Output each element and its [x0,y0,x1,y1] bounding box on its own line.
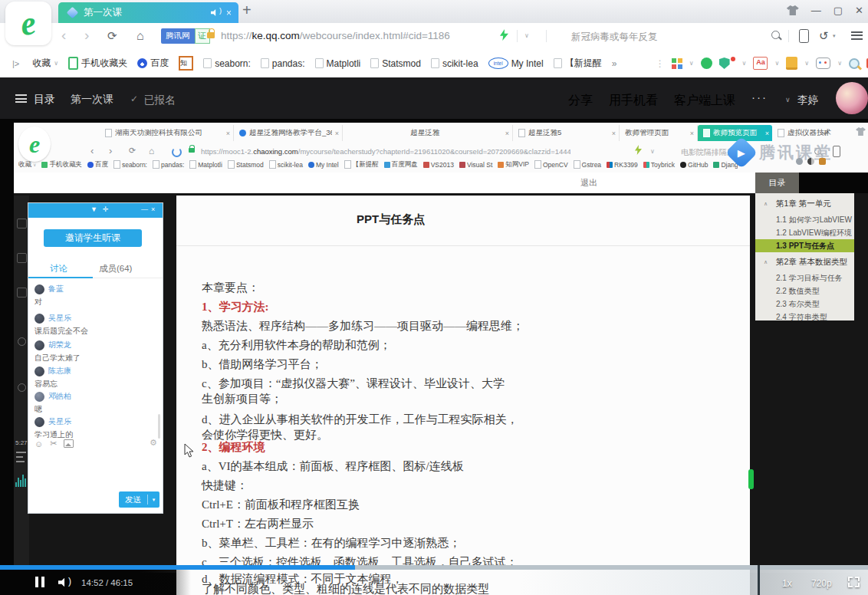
inner-home-icon[interactable]: ⌂ [149,146,154,156]
undo-icon[interactable]: ↺ [819,29,829,43]
bookmark[interactable]: scikit-lea [269,160,303,169]
inner-tab[interactable]: 湖南天功测控科技有限公司× [100,125,234,141]
undo-caret-icon[interactable]: ▾ [833,33,836,39]
bookmark-statsmodels[interactable]: Statsmod [370,58,421,69]
inner-tab[interactable]: 教师管理页面× [620,125,698,141]
inner-back-icon[interactable]: ‹ [90,145,94,156]
strip-tool-icon[interactable] [17,288,27,298]
toc-item[interactable]: 2.4 字符串类型 [755,311,854,324]
invite-students-button[interactable]: 邀请学生听课 [44,229,142,247]
search-icon[interactable] [771,31,780,39]
toc-item[interactable]: 1.1 如何学习LabVIEW [755,213,854,226]
page-scrollbar-thumb[interactable] [748,469,754,489]
refresh-icon[interactable]: ⟳ [107,28,117,43]
toc-header-tab[interactable]: 目录 [755,173,799,193]
chat-tab-members[interactable]: 成员(64) [99,263,132,274]
site-verify-badge[interactable]: 腾讯网 证 [161,28,210,44]
chat-close-icon[interactable]: × [151,205,155,213]
toc-item[interactable]: 2.3 布尔类型 [755,298,854,311]
bookmark-baidu[interactable]: 百度 [137,57,169,70]
chat-titlebar[interactable]: ▼ ✛ — × [28,203,163,218]
toc-item[interactable]: 2.2 数值类型 [755,284,854,298]
bookmark[interactable]: 百度网盘 [384,160,418,169]
omni-search-input[interactable]: 新冠病毒或每年反复 [571,31,658,44]
shield-ext-icon[interactable] [719,58,730,69]
chat-minimize-icon[interactable]: — [141,205,148,213]
bookmark[interactable]: Visual St [459,161,492,169]
bookmark[interactable]: Matplotli [189,160,222,169]
window-minimize-button[interactable]: — [811,5,821,16]
bookmark[interactable]: 知网VIP [498,160,529,169]
tab-audio-icon[interactable]: ) [211,8,222,18]
bookmark[interactable]: VS2013 [423,161,454,169]
avatar[interactable] [836,82,868,114]
gamepad-ext-icon[interactable] [816,58,830,69]
tab-close-icon[interactable]: × [505,130,509,137]
emoji-icon[interactable]: ☺ [35,439,43,449]
bookmark[interactable]: OpenCV [534,160,568,169]
apps-grid-icon[interactable] [672,58,682,69]
bookmark[interactable]: seaborn: [113,160,147,169]
strip-tool-icon[interactable] [18,337,26,346]
bookmark-zhihu-icon[interactable]: 知 [179,56,193,71]
bookmark[interactable]: Gstrea [574,160,602,169]
toc-item[interactable]: 2.1 学习目标与任务 [755,271,854,284]
more-menu-icon[interactable]: ··· [751,90,768,104]
window-maximize-button[interactable]: ▢ [833,5,843,16]
url-text[interactable]: https://ke.qq.com/webcourse/index.html#c… [221,30,450,41]
browser-logo-icon[interactable]: e [5,2,51,45]
share-button[interactable]: 分享 [568,93,593,109]
tab-close-icon[interactable]: × [765,130,769,137]
client-class-button[interactable]: 客户端上课 [674,93,735,109]
bookmark-notice[interactable]: 【新提醒 [554,57,602,70]
inner-forward-icon[interactable]: › [109,145,112,156]
chat-scrollbar-thumb[interactable] [158,414,160,439]
phone-sync-icon[interactable] [799,29,809,43]
inner-url-text[interactable]: https://mooc1-2.chaoxing.com/mycourse/te… [201,147,570,156]
back-icon[interactable]: ‹ [61,28,66,42]
chevron-down-icon[interactable]: ∨ [804,60,809,67]
docs-ext-icon[interactable] [786,57,797,70]
volume-icon[interactable]: ) [58,577,72,588]
bookmark-mobile-folder[interactable]: 手机收藏夹 [68,57,127,70]
bookmark[interactable]: 【新提醒 [344,160,379,169]
bookmark[interactable]: GitHub [680,161,708,169]
user-chevron-icon[interactable]: ∨ [785,96,791,104]
catalog-menu-icon[interactable] [15,94,27,103]
bookmark-favorites[interactable]: 收藏 ∨ [29,57,58,70]
bookmark-my-intel[interactable]: intel My Intel [488,58,544,69]
screenshot-ext-icon[interactable] [849,58,860,69]
inner-tab[interactable]: 虚拟仪器技术× [772,125,868,141]
strip-tool-icon[interactable] [18,383,26,392]
bookmark-seaborn[interactable]: seaborn: [203,58,251,69]
bookmark-sidebar-toggle[interactable]: |> [12,59,19,68]
bookmark[interactable]: pandas: [153,160,184,169]
scissors-icon[interactable]: ✂ [50,439,57,449]
bookmark-matplotlib[interactable]: Matplotli [315,58,361,69]
toc-item-active[interactable]: 1.3 PPT与任务点 [755,239,854,252]
fullscreen-icon[interactable] [848,577,860,587]
username[interactable]: 李婷 [797,94,818,107]
send-button[interactable]: 发送 ▾ [119,491,159,508]
inner-new-tab-button[interactable]: + [822,126,829,139]
strip-tool-icon[interactable] [17,253,27,263]
inner-tab[interactable]: 超星泛雅5× [513,125,620,141]
tab-close-icon[interactable]: × [335,130,339,137]
catalog-label[interactable]: 目录 [34,93,55,107]
inner-phone-icon[interactable] [833,146,840,157]
watch-on-phone-button[interactable]: 用手机看 [609,93,658,109]
chat-tab-discussion[interactable]: 讨论 [50,263,67,274]
wechat-ext-icon[interactable] [701,58,712,69]
inner-tab[interactable]: 超星泛雅× [343,125,513,141]
image-icon[interactable] [64,439,74,448]
toc-chapter[interactable]: ∧第1章 第一单元 [755,197,854,210]
exit-link[interactable]: 退出 [580,177,597,189]
chat-settings-gear-icon[interactable]: ⚙ [150,438,157,448]
translate-ext-icon[interactable]: Aa [753,57,768,70]
inner-url-dropdown-icon[interactable]: ∨ [650,148,655,155]
url-dropdown-icon[interactable]: ∨ [524,32,529,39]
bookmark[interactable]: 百度 [87,160,108,169]
tab-close-icon[interactable]: × [226,130,230,137]
home-icon[interactable]: ⌂ [136,28,144,43]
bookmark[interactable]: 手机收藏夹 [41,160,82,169]
